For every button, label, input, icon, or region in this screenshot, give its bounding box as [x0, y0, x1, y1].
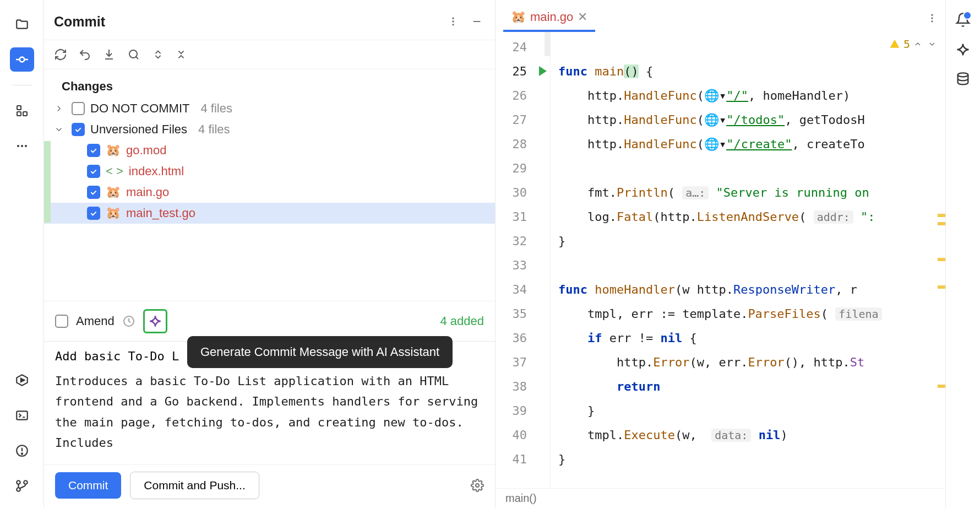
tab-filename: main.go	[530, 10, 573, 24]
svg-rect-5	[17, 112, 21, 116]
editor-pane: 🐹 main.go ✕ 5 24252627282930313233343536…	[496, 0, 946, 508]
checkbox[interactable]	[87, 207, 100, 220]
filename: main.go	[126, 185, 169, 199]
checkbox[interactable]	[87, 186, 100, 199]
problems-icon[interactable]	[10, 439, 34, 463]
right-tool-rail	[946, 0, 980, 508]
panel-options-icon[interactable]	[445, 14, 461, 29]
tab-options-icon[interactable]	[927, 13, 938, 24]
go-file-icon: 🐹	[511, 10, 526, 24]
svg-point-7	[21, 145, 23, 147]
code-content[interactable]: func main() { http.HandleFunc(🌐▾"/", hom…	[551, 32, 945, 488]
svg-rect-3	[17, 106, 21, 110]
chevron-down-icon[interactable]	[54, 125, 66, 134]
code-editor[interactable]: 5 242526272829303132333435363738394041 f…	[496, 32, 945, 488]
changelist-row-do-not-commit[interactable]: DO NOT COMMIT 4 files	[44, 98, 495, 119]
commit-button-row: Commit Commit and Push...	[44, 464, 495, 508]
checkbox[interactable]	[87, 165, 100, 178]
history-icon[interactable]	[122, 315, 135, 328]
ai-tooltip: Generate Commit Message with AI Assistan…	[187, 336, 453, 368]
structure-icon[interactable]	[10, 99, 34, 123]
refresh-icon[interactable]	[54, 48, 67, 61]
line-gutter[interactable]: 242526272829303132333435363738394041	[496, 32, 551, 488]
svg-point-24	[476, 484, 479, 487]
changes-tree[interactable]: Changes DO NOT COMMIT 4 files Unversione…	[44, 69, 495, 301]
go-test-file-icon: 🐹	[106, 206, 121, 220]
chevron-right-icon[interactable]	[54, 104, 66, 114]
svg-point-25	[931, 14, 933, 16]
commit-settings-icon[interactable]	[471, 479, 484, 492]
html-file-icon: < >	[106, 164, 123, 179]
svg-point-27	[931, 20, 933, 22]
svg-rect-11	[17, 411, 28, 419]
shelve-icon[interactable]	[102, 48, 116, 61]
more-icon[interactable]	[10, 134, 34, 158]
commit-and-push-button[interactable]: Commit and Push...	[130, 472, 259, 499]
svg-rect-4	[23, 112, 27, 116]
checkbox[interactable]	[87, 144, 100, 157]
filename: go.mod	[126, 143, 166, 158]
commit-button[interactable]: Commit	[55, 472, 121, 499]
run-icon[interactable]	[10, 368, 34, 392]
editor-tab[interactable]: 🐹 main.go ✕	[503, 4, 595, 32]
error-stripe[interactable]	[938, 32, 945, 488]
commit-panel-title: Commit	[54, 14, 438, 30]
notifications-icon[interactable]	[955, 12, 971, 28]
amend-row: Amend 4 added	[44, 301, 495, 341]
svg-point-17	[452, 18, 454, 19]
file-row[interactable]: < > index.html	[44, 161, 495, 182]
svg-point-6	[17, 145, 19, 147]
commit-message-area: Generate Commit Message with AI Assistan…	[44, 341, 495, 464]
terminal-icon[interactable]	[10, 403, 34, 428]
svg-line-22	[136, 57, 138, 59]
file-row[interactable]: 🐹 go.mod	[44, 140, 495, 161]
go-file-icon: 🐹	[106, 185, 121, 199]
svg-point-18	[452, 20, 454, 22]
expand-all-icon[interactable]	[152, 48, 164, 61]
changelist-label: DO NOT COMMIT	[90, 101, 189, 116]
file-count: 4 files	[200, 101, 232, 116]
svg-point-16	[17, 488, 20, 491]
database-icon[interactable]	[955, 72, 971, 87]
svg-marker-10	[20, 379, 24, 382]
project-icon[interactable]	[10, 12, 34, 36]
ai-assistant-icon[interactable]	[955, 42, 971, 57]
rollback-icon[interactable]	[78, 48, 91, 61]
added-count: 4 added	[440, 314, 484, 328]
svg-point-8	[25, 145, 27, 147]
amend-label: Amend	[76, 314, 115, 328]
changelist-label: Unversioned Files	[90, 122, 187, 137]
svg-point-21	[129, 50, 137, 58]
svg-point-19	[452, 24, 454, 25]
collapse-all-icon[interactable]	[175, 48, 187, 61]
filename: main_test.go	[126, 206, 195, 220]
ai-generate-commit-button[interactable]	[143, 309, 167, 333]
commit-icon[interactable]	[10, 47, 34, 72]
git-icon[interactable]	[10, 474, 34, 498]
checkbox[interactable]	[72, 102, 85, 115]
svg-point-0	[19, 57, 24, 62]
left-nav-rail	[0, 0, 44, 508]
filename: index.html	[129, 164, 184, 179]
commit-toolbar	[44, 40, 495, 69]
diff-preview-icon[interactable]	[127, 48, 141, 61]
editor-tab-bar: 🐹 main.go ✕	[496, 0, 945, 32]
panel-minimize-icon[interactable]	[469, 13, 485, 30]
amend-checkbox[interactable]	[55, 315, 68, 328]
svg-point-28	[958, 73, 968, 77]
close-tab-icon[interactable]: ✕	[578, 10, 587, 24]
editor-breadcrumb[interactable]: main()	[496, 488, 945, 508]
svg-point-14	[21, 453, 22, 454]
file-count: 4 files	[198, 122, 230, 137]
go-file-icon: 🐹	[106, 143, 121, 158]
file-row[interactable]: 🐹 main.go	[44, 182, 495, 203]
commit-body-input[interactable]: Introduces a basic To-Do List applicatio…	[44, 371, 495, 464]
checkbox[interactable]	[72, 123, 85, 136]
file-row[interactable]: 🐹 main_test.go	[44, 203, 495, 224]
commit-panel: Commit Changes DO NOT COMMIT 4 files	[44, 0, 496, 508]
changelist-row-unversioned[interactable]: Unversioned Files 4 files	[44, 119, 495, 140]
svg-point-15	[17, 480, 20, 484]
svg-point-26	[931, 17, 933, 19]
changes-header: Changes	[44, 75, 495, 98]
